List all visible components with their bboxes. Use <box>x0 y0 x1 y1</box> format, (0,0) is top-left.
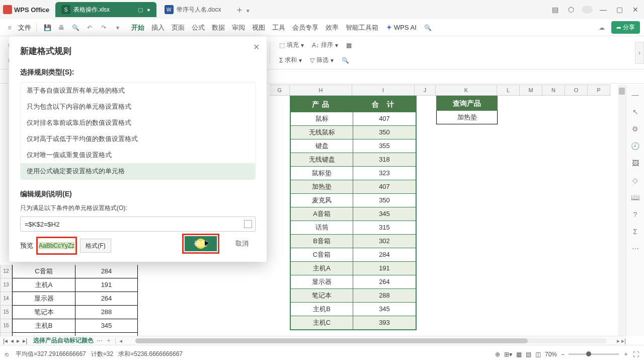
table-row[interactable]: 显示器264 <box>291 275 416 288</box>
cell-product[interactable]: 加热垫 <box>291 180 353 193</box>
zoom-in-icon[interactable]: ＋ <box>623 350 629 358</box>
menu-formula[interactable]: 公式 <box>192 23 205 32</box>
tab-unsaved-icon[interactable]: ● <box>147 7 150 13</box>
col-header[interactable]: O <box>565 85 588 96</box>
cell-product[interactable]: 麦克风 <box>291 193 353 207</box>
select-icon[interactable]: ↖ <box>630 107 640 117</box>
cell-product[interactable]: 鼠标 <box>291 112 353 125</box>
cell-total[interactable]: 355 <box>353 139 416 153</box>
sheet-list-icon[interactable]: ◂ <box>116 337 125 344</box>
view-page-icon[interactable]: ▤ <box>526 351 531 358</box>
package-icon[interactable]: ⬡ <box>566 6 577 14</box>
cell-product[interactable]: 键盘 <box>291 139 353 153</box>
cell[interactable]: 笔记本 <box>12 306 75 319</box>
cell-product[interactable]: A音箱 <box>291 207 353 221</box>
menu-member[interactable]: 会员专享 <box>292 23 318 32</box>
cell-product[interactable]: 无线键盘 <box>291 153 353 166</box>
cell[interactable]: 主机B <box>12 319 75 333</box>
cell[interactable]: C音箱 <box>12 265 75 278</box>
table-row[interactable]: 键盘355 <box>291 139 416 153</box>
menu-smart[interactable]: 智能工具箱 <box>346 23 378 32</box>
rule-type-list[interactable]: 基于各自值设置所有单元格的格式 只为包含以下内容的单元格设置格式 仅对排名靠前或… <box>20 82 256 180</box>
sheet-prev-icon[interactable]: ◂ <box>11 337 14 344</box>
menu-view[interactable]: 视图 <box>252 23 265 32</box>
sheet-last-icon[interactable]: ▸| <box>23 337 27 344</box>
ribbon-expand-icon[interactable]: › <box>635 42 644 64</box>
cell-total[interactable]: 350 <box>353 125 416 139</box>
add-sheet-icon[interactable]: ＋ <box>103 336 115 345</box>
table-row[interactable]: 显示器264 <box>12 292 138 306</box>
cell-product[interactable]: 无线鼠标 <box>291 125 353 139</box>
table-row[interactable]: 笔记本288 <box>12 306 138 319</box>
fill-button[interactable]: ⬚ 填充 ▾ <box>276 39 307 52</box>
rule-option[interactable]: 基于各自值设置所有单元格的格式 <box>21 83 255 99</box>
menu-insert[interactable]: 插入 <box>151 23 165 32</box>
sort-button[interactable]: A↓ 排序 ▾ <box>309 39 341 52</box>
close-icon[interactable]: ✕ <box>630 6 641 14</box>
settings-icon[interactable]: ⚙ <box>630 124 640 134</box>
new-tab-button[interactable]: ＋ ▾ <box>231 4 254 16</box>
share-button[interactable]: ➦ 分享 <box>611 21 640 34</box>
fx-panel-icon[interactable]: Σ <box>630 227 640 237</box>
table-row[interactable]: 话筒315 <box>291 221 416 234</box>
col-header[interactable]: J <box>415 85 436 96</box>
table-row[interactable]: 主机B345 <box>12 319 138 333</box>
table-row[interactable]: 笔记本288 <box>291 288 416 302</box>
cell-total[interactable]: 315 <box>353 221 416 234</box>
table-row[interactable]: 主机A191 <box>12 278 138 292</box>
grid-icon[interactable]: ⊞▾ <box>504 351 512 358</box>
wps-ai-button[interactable]: ✦ WPS AI <box>386 24 417 31</box>
menu-start[interactable]: 开始 <box>131 23 144 32</box>
col-header[interactable]: P <box>588 85 610 96</box>
zoom-slider[interactable] <box>569 353 619 355</box>
cell-product[interactable]: 笔记本 <box>291 288 353 302</box>
collapse-icon[interactable]: — <box>630 90 640 100</box>
cell-product[interactable]: 主机A <box>291 261 353 275</box>
sheet-first-icon[interactable]: |◂ <box>3 337 8 344</box>
formula-input[interactable]: =$K$2=$H2 <box>20 216 256 232</box>
row-header[interactable]: 13 <box>0 278 12 292</box>
tab-document[interactable]: W 带序号人名.docx <box>158 2 227 17</box>
col-header[interactable]: K <box>436 85 497 96</box>
col-header[interactable]: H <box>290 85 352 96</box>
rule-option[interactable]: 只为包含以下内容的单元格设置格式 <box>21 99 255 115</box>
cell-total[interactable]: 288 <box>353 288 416 302</box>
more-qat-icon[interactable]: ▾ <box>112 22 123 33</box>
history-icon[interactable]: 🕘 <box>630 141 640 151</box>
layout-icon[interactable]: ▤ <box>549 6 560 14</box>
col-header[interactable]: N <box>542 85 565 96</box>
save-icon[interactable]: 💾 <box>42 22 53 33</box>
book-icon[interactable]: 📖 <box>630 192 640 202</box>
file-menu[interactable]: 文件 <box>18 23 31 32</box>
table-row[interactable]: 鼠标407 <box>291 112 416 125</box>
cell[interactable]: 284 <box>75 265 138 278</box>
table-row[interactable]: A音箱345 <box>291 207 416 221</box>
table-row[interactable]: 无线鼠标350 <box>291 125 416 139</box>
cell[interactable]: 191 <box>75 278 138 292</box>
sheet-menu-icon[interactable]: ⋯ <box>97 337 103 344</box>
avatar-icon[interactable] <box>582 6 593 14</box>
sum-button[interactable]: Σ 求和 ▾ <box>276 54 305 67</box>
find-icon[interactable]: 🔍 <box>339 54 352 67</box>
col-header[interactable]: L <box>497 85 520 96</box>
cell-total[interactable]: 302 <box>353 234 416 248</box>
horizontal-scrollbar[interactable] <box>135 338 606 343</box>
table-row[interactable]: 无线键盘318 <box>291 153 416 166</box>
tab-spreadsheet[interactable]: S 表格操作.xlsx ▢ ● <box>55 2 156 17</box>
row-header[interactable]: 15 <box>0 306 12 319</box>
cell[interactable]: 264 <box>75 292 138 306</box>
table-row[interactable]: 鼠标垫323 <box>291 166 416 180</box>
cell-product[interactable]: B音箱 <box>291 234 353 248</box>
rule-option[interactable]: 仅对唯一值或重复值设置格式 <box>21 147 255 163</box>
cell-product[interactable]: 显示器 <box>291 275 353 288</box>
sheet-tab[interactable]: 选择产品自动标记颜色 <box>30 336 97 345</box>
minimize-icon[interactable]: — <box>598 6 609 14</box>
ok-button[interactable]: 确定 <box>185 236 217 251</box>
row-header[interactable]: 14 <box>0 292 12 306</box>
table-row[interactable]: B音箱302 <box>291 234 416 248</box>
image-icon[interactable]: 🖼 <box>630 158 640 168</box>
cell[interactable]: 显示器 <box>12 292 75 306</box>
cancel-button[interactable]: 取消 <box>228 236 256 251</box>
tab-expand-icon[interactable]: ▢ <box>138 7 143 13</box>
table-row[interactable]: 麦克风350 <box>291 193 416 207</box>
